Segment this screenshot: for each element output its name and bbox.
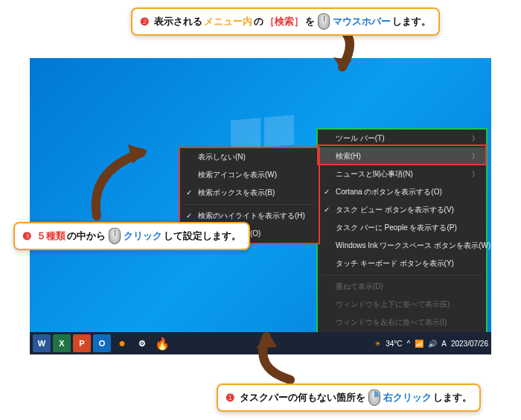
network-icon[interactable]: 📶 xyxy=(415,340,423,348)
weather-icon[interactable]: ☀ xyxy=(374,340,381,348)
chevron-right-icon: 〉 xyxy=(472,170,479,179)
firefox-icon[interactable]: ● xyxy=(113,334,131,352)
chevron-right-icon: 〉 xyxy=(472,152,479,162)
menu-item-cortana[interactable]: ✓Cortana のボタンを表示する(O) xyxy=(318,183,486,201)
callout-step-2: ❷ 表示される メニュー内 の ［検索］ を マウスホバー します。 xyxy=(131,7,440,36)
tray-chevron-icon[interactable]: ^ xyxy=(407,340,411,348)
menu-item-cascade: 重ねて表示(D) xyxy=(318,278,486,296)
menu-item-ink[interactable]: Windows Ink ワークスペース ボタンを表示(W) xyxy=(318,237,486,255)
menu-item-toolbars[interactable]: ツール バー(T)〉 xyxy=(318,130,486,147)
chevron-right-icon: 〉 xyxy=(472,134,479,144)
menu-item-stack-h: ウィンドウを左右に並べて表示(I) xyxy=(318,314,486,331)
submenu-item-box[interactable]: ✓検索ボックスを表示(B) xyxy=(180,184,319,202)
step-number-2: ❷ xyxy=(140,16,150,28)
submenu-item-icon[interactable]: 検索アイコンを表示(W) xyxy=(180,166,319,184)
desktop-screenshot: ツール バー(T)〉 検索(H)〉 ニュースと関心事項(N)〉 ✓Cortana… xyxy=(30,58,491,354)
volume-icon[interactable]: 🔊 xyxy=(428,340,437,348)
mouse-right-click-icon xyxy=(368,389,380,406)
checkmark-icon: ✓ xyxy=(186,211,192,221)
powerpoint-icon[interactable]: P xyxy=(73,334,91,352)
mouse-icon xyxy=(109,228,121,244)
outlook-icon[interactable]: O xyxy=(93,334,111,352)
taskbar-context-menu: ツール バー(T)〉 検索(H)〉 ニュースと関心事項(N)〉 ✓Cortana… xyxy=(316,128,488,354)
callout-step-1: ❶ タスクバーの何もない箇所を 右クリック します。 xyxy=(217,384,481,412)
menu-item-stack-v: ウィンドウを上下に並べて表示(E) xyxy=(318,296,486,314)
menu-item-touch-keyboard[interactable]: タッチ キーボード ボタンを表示(Y) xyxy=(318,255,486,273)
submenu-item-none[interactable]: 表示しない(N) xyxy=(180,148,319,166)
word-icon[interactable]: W xyxy=(33,334,51,352)
taskbar-tray: ☀ 34°C ^ 📶 🔊 A 2023/07/26 xyxy=(374,340,488,348)
mouse-icon xyxy=(318,13,330,30)
app-icon[interactable]: 🔥 xyxy=(153,334,171,352)
clock-date[interactable]: 2023/07/26 xyxy=(451,340,488,348)
taskbar-apps: W X P O ● ⚙ 🔥 xyxy=(33,334,171,352)
excel-icon[interactable]: X xyxy=(53,334,71,352)
settings-icon[interactable]: ⚙ xyxy=(133,334,151,352)
menu-item-news[interactable]: ニュースと関心事項(N)〉 xyxy=(318,165,486,183)
checkmark-icon: ✓ xyxy=(186,188,192,198)
checkmark-icon: ✓ xyxy=(324,187,330,197)
step-number-1: ❶ xyxy=(226,392,235,404)
ime-icon[interactable]: A xyxy=(441,340,447,348)
menu-separator xyxy=(185,204,314,205)
temperature[interactable]: 34°C xyxy=(386,340,402,348)
callout-step-3: ❸ ５種類 の中から クリック して設定します。 xyxy=(13,222,250,250)
taskbar[interactable]: W X P O ● ⚙ 🔥 ☀ 34°C ^ 📶 🔊 A 2023/07/26 xyxy=(30,332,491,354)
menu-separator xyxy=(322,275,482,276)
menu-item-taskview[interactable]: ✓タスク ビュー ボタンを表示する(V) xyxy=(318,201,486,219)
step-number-3: ❸ xyxy=(22,230,32,242)
menu-item-people[interactable]: タスク バーに People を表示する(P) xyxy=(318,219,486,237)
menu-item-search[interactable]: 検索(H)〉 xyxy=(318,147,486,165)
checkmark-icon: ✓ xyxy=(324,205,330,215)
